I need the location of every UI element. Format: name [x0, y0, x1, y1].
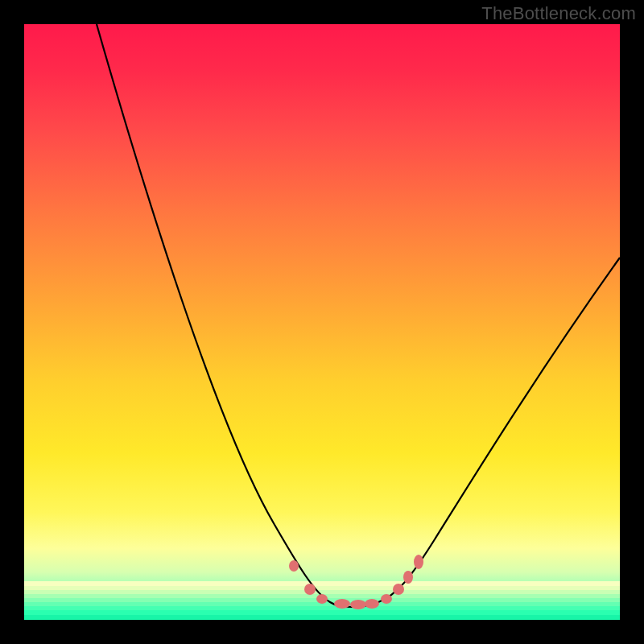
- marker-dot: [414, 555, 423, 569]
- marker-dot: [334, 599, 350, 609]
- bottleneck-curve: [97, 24, 620, 607]
- marker-dot: [316, 594, 328, 604]
- marker-dot: [289, 560, 299, 572]
- marker-dot: [403, 571, 413, 584]
- marker-dot: [350, 600, 366, 609]
- marker-dot: [304, 584, 316, 595]
- watermark-text: TheBottleneck.com: [481, 3, 636, 24]
- chart-plot-area: [24, 24, 620, 620]
- chart-svg: [24, 24, 620, 620]
- marker-dot: [393, 584, 404, 595]
- marker-dot: [381, 594, 392, 604]
- marker-dot: [365, 599, 379, 609]
